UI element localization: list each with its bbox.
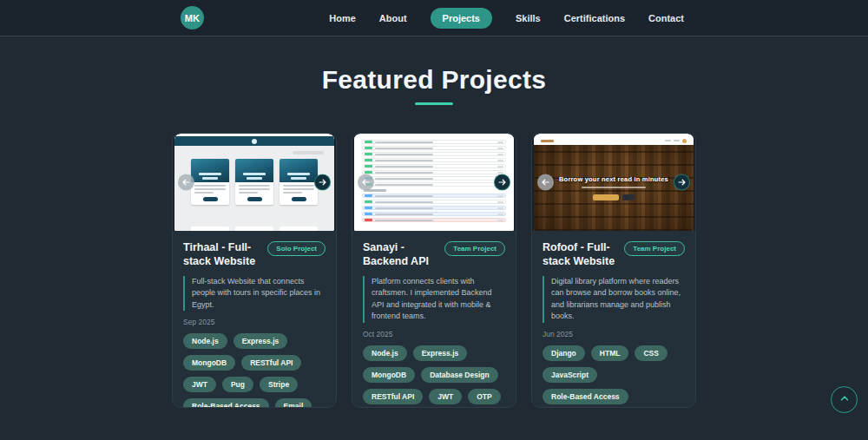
section-title: Featured Projects	[0, 65, 868, 95]
tech-tag: CSS	[635, 345, 667, 361]
project-date: Jun 2025	[542, 330, 685, 338]
project-description: Platform connects clients with craftsmen…	[363, 276, 505, 323]
carousel-prev-button[interactable]	[358, 174, 374, 191]
projects-section: Featured Projects Tirhaal - Full-stack W…	[0, 65, 868, 408]
mini-tour-card	[279, 159, 318, 205]
api-endpoint-row	[362, 146, 506, 150]
project-description: Full-stack Website that connects people …	[183, 276, 326, 312]
tech-tag-list: Node.jsExpress.jsMongoDBDatabase DesignR…	[363, 345, 505, 409]
nav-item-certifications[interactable]: Certifications	[564, 8, 625, 29]
api-endpoint-row	[362, 140, 506, 144]
project-date: Sep 2025	[183, 318, 326, 326]
api-endpoint-row	[362, 200, 506, 204]
project-card: Borrow your next read in minutes Rofoof …	[531, 133, 696, 408]
tech-tag-list: DjangoHTMLCSSJavaScriptRole-Based Access…	[542, 345, 685, 409]
project-title: Tirhaal - Full-stack Website	[183, 240, 262, 269]
api-endpoint-row	[362, 182, 506, 187]
nav-item-contact[interactable]: Contact	[648, 8, 684, 29]
tech-tag: Email	[275, 398, 312, 408]
hero-headline: Borrow your next read in minutes	[559, 175, 668, 183]
api-endpoint-row	[362, 152, 506, 156]
tech-tag: MongoDB	[363, 367, 415, 383]
tech-tag: JavaScript	[542, 367, 597, 383]
project-title: Rofoof - Full-stack Website	[542, 240, 619, 269]
project-date: Oct 2025	[363, 330, 505, 338]
tech-tag-list: Node.jsExpress.jsMongoDBRESTful APIJWTPu…	[183, 333, 326, 408]
project-card: Tirhaal - Full-stack Website Solo Projec…	[172, 133, 337, 408]
swagger-docs-preview	[354, 136, 514, 231]
library-site-preview: Borrow your next read in minutes	[534, 136, 694, 231]
project-description: Digital library platform where readers c…	[542, 276, 685, 323]
project-preview-carousel	[352, 134, 516, 231]
tech-tag: Stripe	[260, 377, 298, 392]
tech-tag: Role-Based Access	[542, 389, 628, 404]
library-hero: Borrow your next read in minutes	[534, 145, 694, 231]
tech-tag: RESTful API	[241, 355, 301, 371]
logo[interactable]: MK	[181, 6, 204, 30]
tech-tag: Express.js	[413, 345, 468, 361]
project-type-badge: Team Project	[444, 241, 505, 256]
api-endpoint-row	[362, 194, 506, 198]
tech-tag: Pug	[222, 377, 253, 392]
tech-tag: JWT	[429, 389, 462, 404]
title-underline	[415, 102, 453, 105]
carousel-next-button[interactable]	[494, 174, 510, 191]
project-type-badge: Team Project	[624, 241, 685, 256]
api-endpoint-row	[362, 212, 506, 216]
carousel-prev-button[interactable]	[178, 174, 194, 191]
tours-site-preview	[174, 136, 334, 231]
scroll-to-top-button[interactable]	[831, 386, 858, 413]
projects-grid: Tirhaal - Full-stack Website Solo Projec…	[0, 133, 868, 408]
nav-item-projects[interactable]: Projects	[431, 8, 492, 29]
tech-tag: JWT	[183, 377, 216, 392]
api-endpoint-row	[362, 158, 506, 162]
project-type-badge: Solo Project	[267, 241, 326, 256]
site-logo-dot	[252, 139, 257, 144]
api-endpoint-row	[362, 176, 506, 181]
tech-tag: Node.js	[183, 333, 227, 349]
nav-item-home[interactable]: Home	[329, 8, 356, 29]
tech-tag: Node.js	[363, 345, 407, 361]
api-endpoint-row	[362, 164, 506, 168]
carousel-next-button[interactable]	[314, 174, 331, 191]
mini-tour-card	[191, 159, 229, 205]
nav-item-skills[interactable]: Skills	[516, 8, 541, 29]
carousel-next-button[interactable]	[674, 174, 690, 191]
project-card: Sanayi - Backend API Team Project Platfo…	[352, 133, 516, 408]
mini-tour-card	[235, 159, 273, 205]
carousel-prev-button[interactable]	[537, 174, 554, 191]
tech-tag: Role-Based Access	[183, 398, 269, 408]
nav-item-about[interactable]: About	[379, 8, 407, 29]
tech-tag: OTP	[468, 389, 500, 404]
api-endpoint-row	[362, 170, 506, 174]
api-endpoint-row	[362, 218, 506, 222]
site-logo	[541, 140, 554, 142]
header: MK HomeAboutProjectsSkillsCertifications…	[0, 0, 868, 36]
tech-tag: HTML	[591, 345, 629, 361]
project-title: Sanayi - Backend API	[363, 240, 439, 269]
tech-tag: Database Design	[421, 367, 498, 383]
project-preview-carousel	[173, 134, 336, 231]
tech-tag: Django	[542, 345, 585, 361]
project-preview-carousel: Borrow your next read in minutes	[532, 134, 695, 231]
tech-tag: RESTful API	[363, 389, 423, 404]
tech-tag: MongoDB	[183, 355, 235, 371]
chevron-up-icon	[838, 392, 851, 407]
api-endpoint-row	[362, 206, 506, 210]
tech-tag: Express.js	[233, 333, 288, 349]
main-nav: HomeAboutProjectsSkillsCertificationsCon…	[329, 8, 684, 29]
